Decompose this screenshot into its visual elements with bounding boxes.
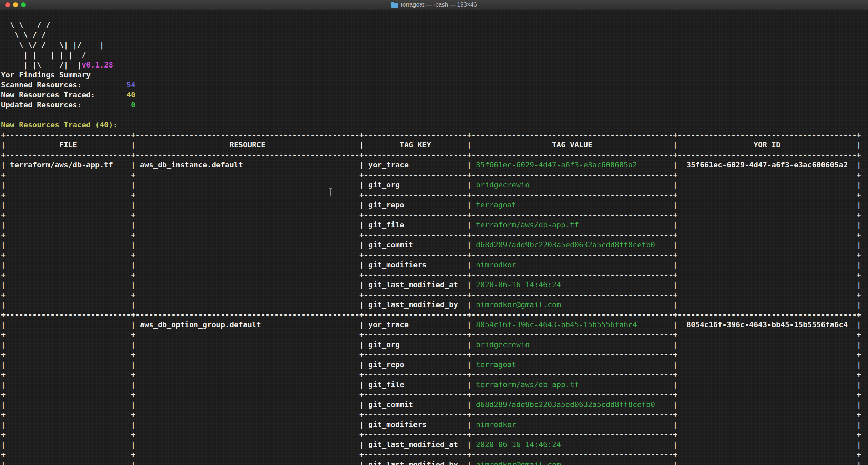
zoom-button[interactable] — [21, 2, 26, 7]
ascii-logo-line: \ \ / / — [1, 20, 868, 30]
summary-title: Yor Findings Summary — [1, 70, 868, 80]
table-separator-line: + + +-----------------------+-----------… — [1, 210, 868, 220]
summary-row: Updated Resources: 0 — [1, 100, 868, 110]
folder-icon — [391, 3, 398, 8]
ibeam-cursor — [328, 188, 333, 196]
table-row: | | | git_commit | d68d2897add9bc2203a5e… — [1, 240, 868, 250]
ascii-logo-line: | | |_| | / — [1, 50, 868, 60]
table-row: | | | git_modifiers | nimrodkor | | — [1, 420, 868, 430]
table-separator-line: + + +-----------------------+-----------… — [1, 290, 868, 300]
table-row: | | | git_last_modified_by | nimrodkor@g… — [1, 459, 868, 465]
section-heading: New Resources Traced (40): — [1, 120, 868, 130]
table-row: | | | git_org | bridgecrewio | | — [1, 180, 868, 190]
window-title: terragoat — -bash — 193×46 — [401, 1, 477, 8]
table-separator-line: + + +-----------------------+-----------… — [1, 430, 868, 440]
table-row: | | | git_file | terraform/aws/db-app.tf… — [1, 220, 868, 230]
table-border-line: +----------------------------+----------… — [1, 310, 868, 320]
summary-row: New Resources Traced: 40 — [1, 90, 868, 100]
table-separator-line: + + +-----------------------+-----------… — [1, 190, 868, 200]
table-row: | | | git_last_modified_at | 2020-06-16 … — [1, 280, 868, 290]
table-separator-line: + + +-----------------------+-----------… — [1, 230, 868, 240]
close-button[interactable] — [5, 2, 10, 7]
table-row: | | | git_org | bridgecrewio | | — [1, 340, 868, 350]
table-row: | | | git_file | terraform/aws/db-app.tf… — [1, 380, 868, 390]
table-header-row: | FILE | RESOURCE | TAG KEY | TAG VALUE … — [1, 140, 868, 150]
ascii-logo-line: \ \/ / _ \| |/ __| — [1, 40, 868, 50]
ascii-logo-line: __ __ — [1, 10, 868, 20]
traffic-lights — [5, 0, 26, 10]
table-row: | | | git_last_modified_at | 2020-06-16 … — [1, 440, 868, 450]
ascii-logo-line: \ \ / /___ _ ____ — [1, 30, 868, 40]
minimize-button[interactable] — [13, 2, 18, 7]
table-separator-line: + + +-----------------------+-----------… — [1, 390, 868, 400]
table-separator-line: + + +-----------------------+-----------… — [1, 350, 868, 360]
table-separator-line: + + +-----------------------+-----------… — [1, 450, 868, 459]
table-border-line: +----------------------------+----------… — [1, 130, 868, 140]
summary-row: Scanned Resources: 54 — [1, 80, 868, 90]
table-row: | | | git_commit | d68d2897add9bc2203a5e… — [1, 400, 868, 410]
table-row: | | aws_db_option_group.default | yor_tr… — [1, 320, 868, 330]
table-separator-line: + + +-----------------------+-----------… — [1, 270, 868, 280]
table-row: | | | git_repo | terragoat | | — [1, 360, 868, 370]
table-separator-line: + + +-----------------------+-----------… — [1, 330, 868, 340]
table-row: | | | git_last_modified_by | nimrodkor@g… — [1, 300, 868, 310]
table-row: | | | git_modifiers | nimrodkor | | — [1, 260, 868, 270]
terminal-window: terragoat — -bash — 193×46 __ __ \ \ / /… — [0, 0, 868, 465]
terminal-screen[interactable]: __ __ \ \ / / \ \ / /___ _ ____ \ \/ / _… — [0, 10, 868, 465]
table-row: | terraform/aws/db-app.tf | aws_db_insta… — [1, 160, 868, 170]
table-row: | | | git_repo | terragoat | | — [1, 200, 868, 210]
table-separator-line: + + +-----------------------+-----------… — [1, 370, 868, 380]
ascii-logo-line: |_|\____/|__|v0.1.28 — [1, 60, 868, 70]
table-separator-line: + + +-----------------------+-----------… — [1, 250, 868, 260]
title-group: terragoat — -bash — 193×46 — [391, 1, 477, 8]
table-separator-line: + + +-----------------------+-----------… — [1, 410, 868, 420]
table-separator-line: + + +-----------------------+-----------… — [1, 170, 868, 180]
table-border-line: +----------------------------+----------… — [1, 150, 868, 160]
title-bar[interactable]: terragoat — -bash — 193×46 — [0, 0, 868, 10]
blank-line — [1, 110, 868, 120]
